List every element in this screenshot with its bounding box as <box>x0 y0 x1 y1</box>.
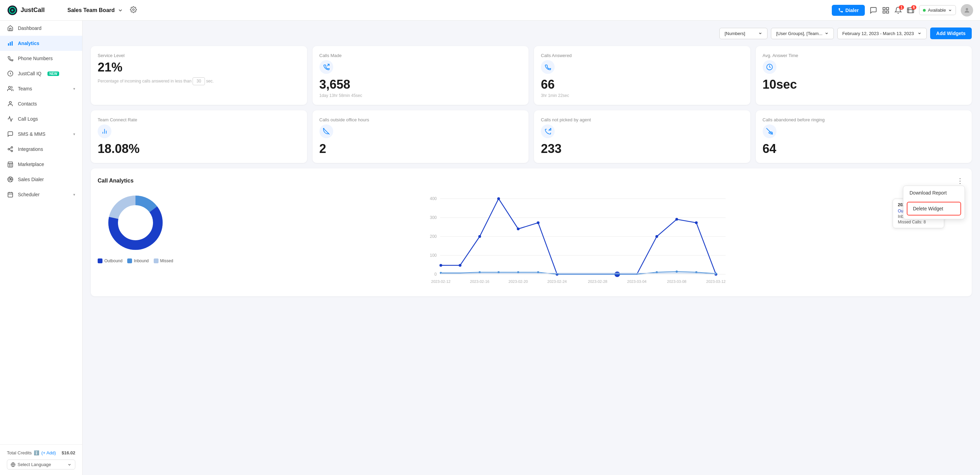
line-chart-area: 2023-0... Outbound C... Inbound Calls: 1… <box>184 192 965 289</box>
sidebar-item-sales-dialer[interactable]: Sales Dialer <box>0 172 82 187</box>
sidebar-item-justcall-iq[interactable]: JustCall IQ NEW <box>0 66 82 81</box>
marketplace-icon <box>7 161 14 168</box>
add-widgets-button[interactable]: Add Widgets <box>930 27 972 39</box>
bar-chart-icon <box>101 128 108 135</box>
main-layout: Dashboard Analytics Phone Numbers JustCa… <box>0 21 980 475</box>
date-filter[interactable]: February 12, 2023 - March 13, 2023 <box>837 28 927 39</box>
calls-answered-label: Calls Answered <box>541 53 743 58</box>
calls-abandoned-label: Calls abandoned before ringing <box>763 117 965 122</box>
contacts-icon <box>7 100 14 107</box>
iq-icon <box>7 70 14 77</box>
scheduler-icon <box>7 191 14 198</box>
svg-text:2023-02-16: 2023-02-16 <box>470 280 489 284</box>
status-chevron-icon <box>948 8 952 13</box>
grid-icon <box>882 6 889 14</box>
notifications-button[interactable]: 1 <box>894 6 902 14</box>
download-report-item[interactable]: Download Report <box>903 186 964 200</box>
credits-value: $16.02 <box>62 450 75 455</box>
sidebar-item-label: Marketplace <box>18 162 44 167</box>
svg-text:300: 300 <box>430 215 437 220</box>
integrations-icon <box>7 146 14 153</box>
svg-text:2023-02-24: 2023-02-24 <box>547 280 567 284</box>
svg-rect-12 <box>12 41 13 46</box>
svg-text:2023-02-12: 2023-02-12 <box>431 280 450 284</box>
avg-answer-time-label: Avg. Answer Time <box>763 53 965 58</box>
stat-card-calls-answered: Calls Answered 66 3hr 1min 22sec <box>534 46 750 105</box>
dialer-button[interactable]: Dialer <box>832 5 865 16</box>
svg-rect-4 <box>883 7 885 9</box>
home-icon <box>7 25 14 32</box>
avg-answer-icon-container <box>763 60 776 74</box>
sidebar-item-integrations[interactable]: Integrations <box>0 141 82 157</box>
sidebar-item-label: Teams <box>18 86 32 91</box>
svg-point-16 <box>11 147 13 148</box>
status-indicator <box>923 9 926 12</box>
numbers-filter-label: [Numbers] <box>724 31 745 36</box>
service-level-desc: Percentage of incoming calls answered in… <box>98 77 300 85</box>
sms-icon <box>7 130 14 138</box>
sidebar-item-marketplace[interactable]: Marketplace <box>0 157 82 172</box>
calls-answered-icon-container <box>541 60 555 74</box>
sidebar-item-label: JustCall IQ <box>18 71 41 76</box>
sidebar-item-label: Analytics <box>18 41 39 46</box>
outbound-dot <box>98 259 102 263</box>
kebab-menu-button[interactable]: ⋮ <box>955 175 965 186</box>
sidebar-item-scheduler[interactable]: Scheduler ▾ <box>0 187 82 202</box>
messages-button[interactable]: 6 <box>907 6 914 14</box>
users-icon <box>7 85 14 92</box>
context-menu: Download Report Delete Widget <box>903 186 965 219</box>
board-selector[interactable]: Sales Team Board <box>67 7 123 13</box>
stat-card-service-level: Service Level 21% Percentage of incoming… <box>91 46 307 105</box>
delete-widget-item[interactable]: Delete Widget <box>907 202 961 216</box>
chart-bar-icon <box>7 40 14 47</box>
svg-point-14 <box>9 86 11 88</box>
numbers-filter[interactable]: [Numbers] <box>719 28 767 39</box>
sidebar-item-label: SMS & MMS <box>18 131 45 137</box>
svg-text:2023-03-12: 2023-03-12 <box>706 280 725 284</box>
new-badge: NEW <box>48 71 59 76</box>
status-selector[interactable]: Available <box>919 5 956 15</box>
svg-rect-6 <box>883 11 885 13</box>
donut-legend: Outbound Inbound Missed <box>98 259 173 263</box>
service-level-label: Service Level <box>98 53 300 58</box>
globe-icon <box>11 462 16 467</box>
stats-grid-row2: Team Connect Rate 18.08% Calls outside o… <box>91 110 972 163</box>
sidebar-item-contacts[interactable]: Contacts <box>0 96 82 111</box>
sidebar-item-label: Contacts <box>18 101 37 106</box>
sidebar-item-teams[interactable]: Teams ▾ <box>0 81 82 96</box>
sidebar-item-dashboard[interactable]: Dashboard <box>0 21 82 36</box>
svg-text:2023-02-20: 2023-02-20 <box>509 280 528 284</box>
sidebar-bottom: Total Credits ℹ️ (+ Add) $16.02 Select L… <box>0 445 82 475</box>
sidebar-item-sms-mms[interactable]: SMS & MMS ▾ <box>0 127 82 141</box>
logo-text: JustCall <box>21 6 45 14</box>
tooltip-missed-row: Missed Calls: 8 <box>898 220 939 224</box>
missed-label: Missed <box>160 259 173 263</box>
calls-outside-value: 2 <box>320 141 522 156</box>
svg-text:2023-03-04: 2023-03-04 <box>627 280 646 284</box>
groups-filter[interactable]: [User Groups], [Team... <box>771 28 834 39</box>
sidebar-item-analytics[interactable]: Analytics <box>0 36 82 51</box>
legend-outbound: Outbound <box>98 259 123 263</box>
phone-missed-icon <box>544 128 551 135</box>
chat-button[interactable] <box>870 6 877 14</box>
section-title: Call Analytics <box>98 178 134 184</box>
calls-not-picked-icon-container <box>541 124 555 138</box>
sidebar-item-call-logs[interactable]: Call Logs <box>0 111 82 127</box>
credits-info-icon: ℹ️ <box>34 450 39 455</box>
grid-button[interactable] <box>882 6 889 14</box>
calls-made-icon-container <box>320 60 333 74</box>
phone-outbound-icon <box>323 64 330 70</box>
calls-abandoned-icon-container <box>763 124 776 138</box>
chevron-down-icon <box>118 8 123 13</box>
user-avatar[interactable] <box>961 4 973 16</box>
sidebar-item-phone-numbers[interactable]: Phone Numbers <box>0 51 82 66</box>
language-selector[interactable]: Select Language <box>7 459 75 470</box>
sec-input[interactable]: 30 <box>192 77 205 85</box>
svg-point-50 <box>459 264 461 267</box>
svg-point-3 <box>132 9 134 10</box>
lang-chevron-icon <box>67 462 72 467</box>
credits-add-link[interactable]: (+ Add) <box>41 450 56 455</box>
settings-gear-icon[interactable] <box>130 6 137 14</box>
main-content: [Numbers] [User Groups], [Team... Februa… <box>83 21 980 475</box>
teams-arrow-icon: ▾ <box>73 87 75 91</box>
